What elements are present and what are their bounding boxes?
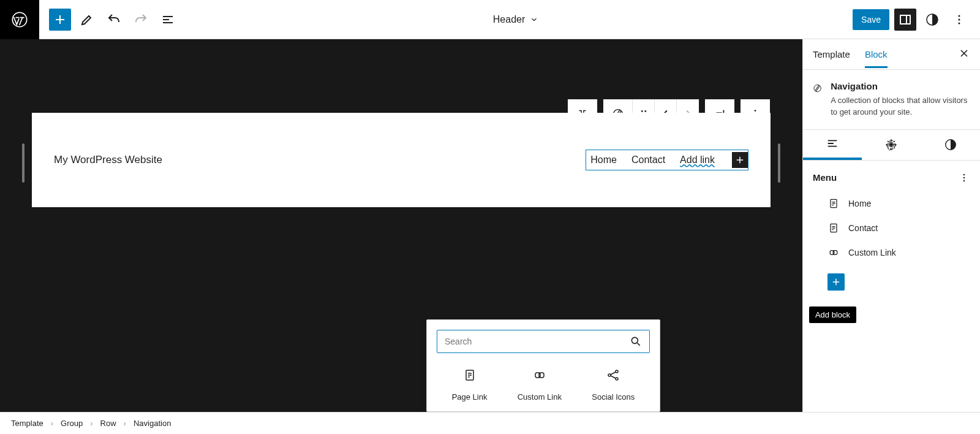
navigation-icon	[813, 81, 822, 96]
inserter-label: Social Icons	[592, 392, 635, 402]
block-title: Navigation	[831, 81, 970, 91]
svg-point-7	[641, 110, 643, 112]
toggle-sidebar-button[interactable]	[894, 9, 916, 31]
navigation-block[interactable]: Home Contact Add link	[586, 150, 748, 170]
breadcrumb: Template › Group › Row › Navigation	[0, 412, 980, 434]
svg-point-3	[959, 15, 960, 17]
subtab-settings[interactable]	[862, 130, 921, 160]
menu-item-label: Custom Link	[848, 248, 896, 257]
tooltip-add-block: Add block	[809, 306, 856, 323]
menu-item-label: Home	[848, 199, 871, 208]
svg-point-15	[755, 110, 756, 112]
link-icon	[827, 246, 840, 259]
nav-link-home[interactable]: Home	[588, 154, 619, 166]
menu-section-label: Menu	[813, 172, 837, 183]
breadcrumb-group[interactable]: Group	[61, 419, 83, 428]
chevron-right-icon: ›	[90, 419, 92, 428]
svg-point-8	[644, 110, 646, 112]
svg-point-24	[616, 378, 618, 380]
add-menu-item-button[interactable]	[827, 273, 845, 291]
menu-options-button[interactable]	[958, 172, 970, 184]
insert-block-button[interactable]	[49, 9, 71, 31]
svg-point-28	[963, 173, 965, 175]
link-icon	[532, 368, 547, 383]
chevron-right-icon: ›	[51, 419, 53, 428]
menu-item-home[interactable]: Home	[827, 194, 970, 213]
inserter-custom-link[interactable]: Custom Link	[518, 368, 562, 402]
inserter-social-icons[interactable]: Social Icons	[592, 368, 635, 402]
menu-item-contact[interactable]: Contact	[827, 218, 970, 238]
top-toolbar: Header Save	[0, 0, 980, 39]
chevron-down-icon	[530, 15, 538, 24]
settings-sidebar: Template Block Navigation A collection o…	[802, 39, 980, 412]
subtab-list-view[interactable]	[803, 130, 862, 160]
close-sidebar-button[interactable]	[958, 47, 970, 61]
svg-point-22	[608, 374, 611, 376]
breadcrumb-template[interactable]: Template	[11, 419, 43, 428]
redo-button[interactable]	[130, 9, 152, 31]
svg-point-4	[959, 18, 960, 20]
tab-block[interactable]: Block	[865, 40, 888, 68]
svg-point-30	[963, 180, 965, 181]
resize-handle-right[interactable]	[778, 143, 780, 183]
template-selector[interactable]: Header	[179, 14, 853, 25]
inserter-search[interactable]	[437, 330, 650, 353]
menu-item-label: Contact	[848, 223, 878, 233]
template-name: Header	[493, 14, 525, 25]
search-input[interactable]	[445, 337, 630, 346]
document-overview-button[interactable]	[157, 9, 179, 31]
svg-point-23	[616, 370, 618, 373]
chevron-right-icon: ›	[124, 419, 126, 428]
nav-link-contact[interactable]: Contact	[629, 154, 668, 166]
svg-point-5	[959, 22, 960, 24]
block-description: A collection of blocks that allow visito…	[831, 95, 970, 118]
save-button[interactable]: Save	[853, 9, 889, 30]
svg-rect-21	[539, 373, 544, 378]
options-button[interactable]	[948, 9, 970, 31]
share-icon	[606, 368, 620, 383]
menu-item-custom-link[interactable]: Custom Link	[827, 243, 970, 262]
page-icon	[827, 197, 840, 210]
nav-add-button[interactable]	[732, 152, 748, 168]
tab-template[interactable]: Template	[813, 40, 850, 68]
svg-rect-34	[833, 250, 837, 254]
header-block[interactable]: My WordPress Website Home Contact Add li…	[32, 113, 771, 207]
wordpress-logo[interactable]	[0, 0, 39, 39]
inserter-label: Page Link	[452, 392, 488, 402]
search-icon	[630, 335, 642, 348]
breadcrumb-row[interactable]: Row	[100, 419, 116, 428]
undo-button[interactable]	[103, 9, 125, 31]
site-title[interactable]: My WordPress Website	[54, 154, 586, 166]
svg-point-29	[963, 177, 965, 178]
svg-rect-1	[900, 15, 910, 24]
styles-button[interactable]	[921, 9, 943, 31]
svg-point-26	[890, 143, 894, 147]
editor-canvas: My WordPress Website Home Contact Add li…	[0, 39, 802, 412]
breadcrumb-navigation[interactable]: Navigation	[134, 419, 171, 428]
nav-add-link[interactable]: Add link	[677, 154, 717, 166]
page-icon	[462, 368, 477, 383]
inserter-label: Custom Link	[518, 392, 562, 402]
inserter-page-link[interactable]: Page Link	[452, 368, 488, 402]
edit-tool-button[interactable]	[76, 9, 98, 31]
resize-handle-left[interactable]	[22, 143, 24, 183]
block-inserter-popover: Page Link Custom Link Social Icons	[426, 319, 660, 412]
page-icon	[827, 222, 840, 234]
subtab-styles[interactable]	[921, 130, 980, 160]
svg-point-18	[631, 337, 638, 343]
